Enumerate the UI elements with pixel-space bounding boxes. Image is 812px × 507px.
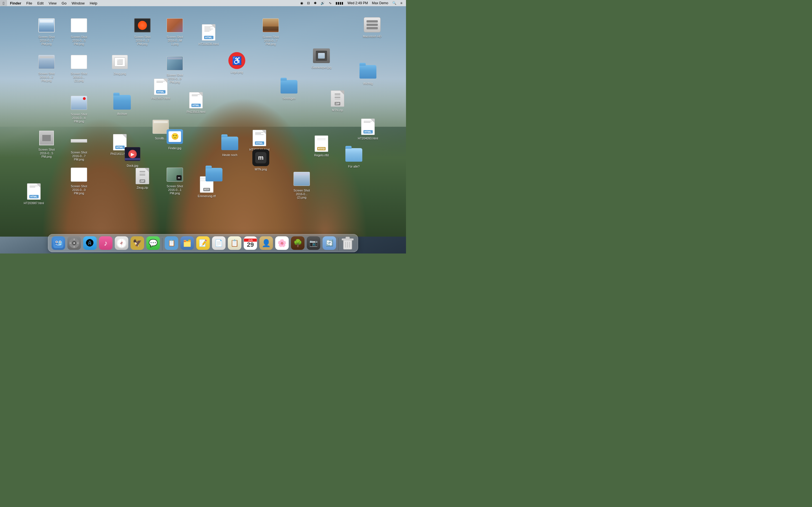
dock-music[interactable]: ♪ — [98, 236, 113, 250]
dock-trash[interactable] — [340, 236, 355, 250]
icon-screenshot-3[interactable]: Screen Shot2016-0...3 PM.png — [131, 16, 154, 46]
dock: 🅐 ♪ 🦅 💬 — [48, 234, 358, 252]
desktop-icons-container: Screen Shot2016-0...7 PM.png Screen Shot… — [0, 8, 406, 236]
icon-screenshot-5[interactable]: Screen Shot2016-0...7 PM.png — [259, 16, 282, 46]
apple-menu[interactable]:  — [0, 0, 7, 6]
dock-migration[interactable]: 🔄 — [322, 236, 337, 250]
svg-point-3 — [56, 241, 57, 242]
dock-contacts[interactable]: 👤 — [259, 236, 273, 250]
window-menu[interactable]: Window — [69, 0, 87, 6]
icon-zeug-zip[interactable]: ZIP Zeug.zip — [131, 167, 154, 190]
icon-ht204036[interactable]: HTML HT204036.html — [197, 23, 220, 46]
icon-screenshot-small[interactable]: Screen Shot2016-0...5 PM.png — [35, 129, 58, 159]
icon-sonstiges[interactable]: Sonstiges — [278, 78, 300, 101]
icon-mtn-zip[interactable]: ZIP MTN.zip — [326, 90, 349, 112]
siri-icon[interactable]: ◉ — [299, 0, 305, 6]
icon-screenshot-8[interactable]: Screen Shot2016-0...4 PM.png — [68, 94, 90, 124]
icon-screenshot-2[interactable]: Screen Shot2016-0...5 PM.png — [68, 16, 90, 46]
icon-wichtig[interactable]: Wichtig — [357, 63, 379, 86]
menubar-right: ◉ ⊟ ✱ 🔊 ∿ ▮▮▮▮ Wed 2:49 PM Max Demo 🔍 ≡ — [299, 0, 406, 6]
volume-icon[interactable]: 🔊 — [319, 0, 326, 6]
icon-logo-png[interactable]: ♿ Logo.png — [225, 52, 248, 74]
svg-rect-13 — [77, 242, 79, 244]
dock-notes[interactable]: 📝 — [196, 236, 210, 250]
dock-safari[interactable] — [114, 236, 129, 250]
dock-notes-app[interactable]: 📋 — [164, 236, 179, 250]
icon-screenshot-6[interactable]: Screen Shot2016-0...2 PM.png — [35, 53, 58, 83]
icon-ht201541[interactable]: HTML HT201541.html — [248, 129, 271, 152]
user-display: Max Demo — [370, 0, 390, 6]
icon-ph23563[interactable]: HTML PH23563.html — [185, 91, 207, 114]
dock-finder[interactable] — [51, 236, 66, 250]
icon-mtn-png[interactable]: m MTN.png — [250, 149, 272, 172]
icon-screenshot-1pm[interactable]: m Screen Shot2016-0...1 PM.png — [163, 166, 186, 195]
view-menu[interactable]: View — [47, 0, 59, 6]
go-menu[interactable]: Go — [59, 0, 69, 6]
svg-point-9 — [73, 242, 75, 244]
icon-screenshot-1[interactable]: Screen Shot2016-0...7 PM.png — [35, 16, 58, 46]
finder-menu[interactable]: Finder — [8, 0, 23, 6]
dock-textedit[interactable]: 📄 — [211, 236, 226, 250]
menubar:  Finder File Edit View Go Window Help ◉… — [0, 0, 406, 6]
file-menu[interactable]: File — [24, 0, 35, 6]
icon-ht204093[interactable]: HTML HT204093.html — [357, 118, 379, 140]
icon-gatekeeper[interactable]: Gatekeeper.jpg — [310, 47, 333, 69]
svg-rect-10 — [73, 238, 75, 240]
dock-keynote[interactable]: 🗂️ — [180, 236, 195, 250]
dock-app-store[interactable]: 🅐 — [83, 236, 97, 250]
notification-center-icon[interactable]: ≡ — [399, 0, 404, 6]
dock-calendar[interactable]: JUN 29 — [243, 236, 258, 250]
icon-erinnerung-folder[interactable] — [203, 166, 225, 185]
icon-screenshot-7[interactable]: Screen Shot2016-0...(2).png — [68, 53, 90, 83]
dock-separator-2 — [338, 238, 339, 250]
battery-icon[interactable]: ▮▮▮▮ — [334, 0, 345, 6]
dock-twitterrific[interactable]: 🦅 — [130, 236, 145, 250]
dock-separator — [162, 238, 162, 250]
icon-regelo-rtfd[interactable]: RTFD Regelo.rtfd — [310, 135, 333, 158]
spotlight-icon[interactable]: 🔍 — [391, 0, 398, 6]
wifi-icon[interactable]: ∿ — [327, 0, 333, 6]
svg-rect-22 — [346, 237, 350, 239]
icon-ht203987[interactable]: HTML HT203987.html — [22, 182, 45, 205]
svg-point-6 — [59, 241, 61, 242]
dock-system-prefs[interactable] — [67, 236, 82, 250]
datetime-display: Wed 2:49 PM — [346, 0, 369, 6]
icon-screenshot-4[interactable]: Screen Shot2016-0...M 1.png — [163, 16, 186, 46]
svg-rect-11 — [73, 246, 75, 247]
icon-finder-jpg[interactable]: 🙂 Finder.jpg — [163, 128, 186, 151]
help-menu[interactable]: Help — [87, 0, 100, 6]
icon-dock-jpg[interactable]: ▶ Dock.jpg — [121, 145, 144, 168]
dock-messages[interactable]: 💬 — [146, 236, 160, 250]
icon-screenshot-blank[interactable]: Screen Shot2016-0...7 PM.png — [68, 132, 90, 162]
dock-notepad[interactable]: 📋 — [227, 236, 242, 250]
bluetooth-icon[interactable]: ✱ — [312, 0, 318, 6]
menubar-left:  Finder File Edit View Go Window Help — [0, 0, 100, 6]
mission-control-icon[interactable]: ⊟ — [306, 0, 311, 6]
icon-archive[interactable]: Archive — [111, 93, 133, 116]
icon-ph23657[interactable]: HTML PH23657.html — [149, 78, 172, 101]
dock-camera[interactable]: 📷 — [306, 236, 321, 250]
icon-screenshot-0pm[interactable]: Screen Shot2016-0...0 PM.png — [68, 166, 90, 195]
icon-zeug-png[interactable]: ⬜ Zeug.png — [109, 53, 131, 76]
dock-family-tree[interactable]: 🌳 — [290, 236, 305, 250]
icon-screenshot-13[interactable]: Screen Shot2016-0...(2).png — [290, 170, 313, 200]
dock-photos[interactable]: 🌸 — [274, 236, 289, 250]
svg-rect-12 — [70, 242, 71, 244]
edit-menu[interactable]: Edit — [35, 0, 46, 6]
icon-heute-noch[interactable]: Heute noch — [218, 134, 241, 157]
icon-fur-alle[interactable]: Für alle? — [343, 146, 365, 169]
icon-macintosh-hd[interactable]: Macintosh HD — [361, 16, 384, 39]
